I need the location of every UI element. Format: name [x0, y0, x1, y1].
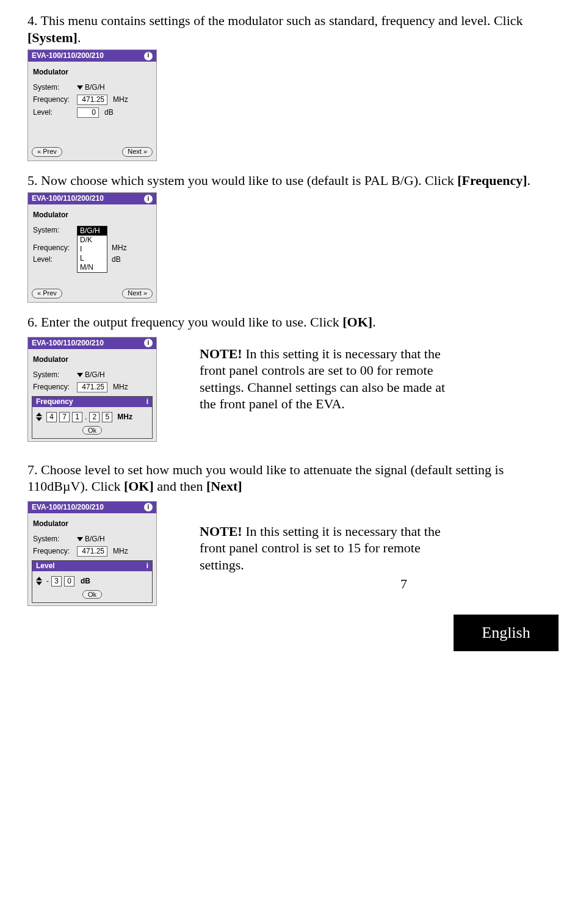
- sub-unit: MHz: [117, 413, 132, 422]
- panel2-titlebar: EVA-100/110/200/210 i: [28, 193, 156, 204]
- panel4-titlebar: EVA-100/110/200/210 i: [28, 502, 156, 513]
- subpanel-title: Level: [36, 561, 55, 571]
- frequency-input[interactable]: 471.25: [77, 546, 107, 557]
- step4-text: 4. This menu contains settings of the mo…: [27, 12, 559, 46]
- panel3-titlebar: EVA-100/110/200/210 i: [28, 337, 156, 349]
- chevron-down-icon: [77, 85, 83, 90]
- decimal-point: .: [85, 413, 87, 422]
- panel1-section: Modulator: [33, 68, 151, 77]
- frequency-label: Frequency:: [33, 547, 73, 556]
- next-button[interactable]: Next »: [122, 147, 153, 157]
- minus-sign: -: [46, 577, 49, 586]
- step6-text: 6. Enter the output frequency you would …: [27, 314, 559, 331]
- step7-text-a: 7. Choose level to set how much you woul…: [27, 462, 504, 494]
- dropdown-option[interactable]: D/K: [78, 236, 107, 245]
- info-icon[interactable]: i: [144, 195, 153, 203]
- step5-text-a: 5. Now choose which system you would lik…: [27, 173, 457, 188]
- frequency-input[interactable]: 471.25: [77, 382, 107, 392]
- step4-system-ref: [System]: [27, 30, 78, 45]
- digit-input[interactable]: 2: [89, 412, 99, 422]
- dropdown-option[interactable]: M/N: [78, 263, 107, 272]
- frequency-subpanel: Frequency i 4 7 1 . 2 5 MHz Ok: [32, 396, 153, 439]
- panel4-section: Modulator: [33, 519, 151, 529]
- prev-button[interactable]: « Prev: [32, 147, 62, 157]
- dropdown-option[interactable]: L: [78, 254, 107, 263]
- digit-input[interactable]: 0: [64, 576, 74, 587]
- level-label: Level:: [33, 108, 73, 117]
- step5-frequency-ref: [Frequency]: [457, 173, 527, 188]
- digit-input[interactable]: 7: [59, 412, 70, 422]
- level-input[interactable]: 0: [77, 107, 99, 118]
- subpanel-title: Frequency: [36, 397, 73, 406]
- frequency-label: Frequency:: [33, 95, 73, 104]
- frequency-label: Frequency:: [33, 383, 73, 392]
- level-label: Level:: [33, 255, 73, 264]
- info-icon[interactable]: i: [144, 339, 153, 347]
- system-label: System:: [33, 83, 73, 92]
- spinner-icon[interactable]: [36, 577, 42, 585]
- system-dropdown[interactable]: B/G/H: [77, 83, 105, 92]
- note-2: NOTE! In this setting it is necessary th…: [200, 499, 462, 593]
- frequency-unit: MHz: [112, 244, 127, 253]
- system-label: System:: [33, 226, 73, 235]
- system-dropdown-open[interactable]: B/G/H D/K I L M/N: [77, 226, 107, 273]
- system-value: B/G/H: [85, 535, 105, 543]
- step4-text-a: 4. This menu contains settings of the mo…: [27, 13, 523, 28]
- system-value: B/G/H: [85, 370, 105, 379]
- step5-text: 5. Now choose which system you would lik…: [27, 172, 559, 189]
- digit-input[interactable]: 3: [51, 576, 62, 587]
- screenshot-panel-1: EVA-100/110/200/210 i Modulator System: …: [27, 49, 157, 161]
- note1-head: NOTE!: [200, 346, 242, 361]
- level-subpanel: Level i - 3 0 dB Ok: [32, 560, 153, 603]
- step7-text-c: and then: [154, 478, 206, 494]
- frequency-input[interactable]: 471.25: [77, 95, 107, 105]
- system-label: System:: [33, 370, 73, 380]
- spinner-icon[interactable]: [36, 413, 42, 421]
- panel2-section: Modulator: [33, 211, 151, 220]
- page-number: 7: [200, 576, 462, 593]
- system-dropdown[interactable]: B/G/H: [77, 535, 105, 544]
- note2-head: NOTE!: [200, 524, 242, 539]
- digit-input[interactable]: 5: [102, 412, 112, 422]
- panel1-titlebar: EVA-100/110/200/210 i: [28, 50, 156, 62]
- panel4-title: EVA-100/110/200/210: [32, 503, 104, 512]
- info-icon[interactable]: i: [144, 52, 153, 60]
- step6-ok-ref: [OK]: [342, 314, 372, 330]
- chevron-down-icon: [77, 373, 83, 377]
- next-button[interactable]: Next »: [122, 289, 153, 298]
- chevron-down-icon: [77, 537, 83, 541]
- frequency-label: Frequency:: [33, 244, 73, 253]
- frequency-unit: MHz: [113, 95, 128, 104]
- panel2-title: EVA-100/110/200/210: [32, 194, 104, 203]
- step4-text-c: .: [78, 30, 81, 45]
- dropdown-option[interactable]: B/G/H: [78, 226, 107, 236]
- system-value: B/G/H: [85, 83, 105, 92]
- level-unit: dB: [104, 108, 114, 117]
- step6-text-a: 6. Enter the output frequency you would …: [27, 314, 342, 330]
- screenshot-panel-4: EVA-100/110/200/210 i Modulator System: …: [27, 501, 157, 606]
- system-label: System:: [33, 535, 73, 544]
- panel3-title: EVA-100/110/200/210: [32, 339, 104, 348]
- info-icon[interactable]: i: [144, 503, 153, 511]
- level-unit: dB: [112, 255, 121, 264]
- frequency-unit: MHz: [113, 547, 128, 556]
- dropdown-option[interactable]: I: [78, 245, 107, 254]
- frequency-unit: MHz: [113, 383, 128, 392]
- info-icon[interactable]: i: [146, 561, 148, 571]
- language-badge: English: [454, 615, 559, 652]
- panel1-title: EVA-100/110/200/210: [32, 51, 104, 60]
- prev-button[interactable]: « Prev: [32, 289, 62, 298]
- panel3-section: Modulator: [33, 355, 151, 364]
- sub-unit: dB: [81, 577, 90, 586]
- step7-ok-ref: [OK]: [124, 478, 154, 494]
- ok-button[interactable]: Ok: [82, 426, 102, 435]
- system-dropdown[interactable]: B/G/H: [77, 370, 105, 380]
- digit-input[interactable]: 4: [46, 412, 57, 422]
- digit-input[interactable]: 1: [72, 412, 82, 422]
- info-icon[interactable]: i: [146, 397, 148, 406]
- ok-button[interactable]: Ok: [82, 590, 102, 599]
- note-1: NOTE! In this setting it is necessary th…: [200, 334, 462, 413]
- step7-next-ref: [Next]: [206, 478, 242, 494]
- step6-text-c: .: [372, 314, 376, 330]
- step7-text: 7. Choose level to set how much you woul…: [27, 461, 559, 495]
